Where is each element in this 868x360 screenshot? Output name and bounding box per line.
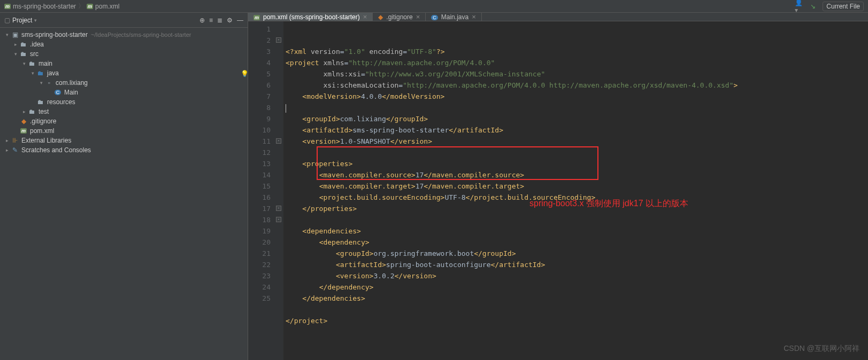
line-number[interactable]: 24 [249, 281, 271, 293]
code-line[interactable]: <dependency> [283, 237, 868, 248]
code-line[interactable]: <groupId>com.lixiang</groupId> [283, 113, 868, 124]
tree-item[interactable]: 🖿resources [0, 97, 248, 107]
line-number[interactable]: 21 [249, 248, 271, 259]
line-number[interactable]: 20 [249, 237, 271, 248]
tree-item[interactable]: 🖿.idea [0, 40, 248, 49]
crumb-project[interactable]: ms-spring-boot-starter [13, 3, 76, 10]
arrow-icon[interactable] [20, 61, 28, 66]
editor-tab[interactable]: mpom.xml (sms-spring-boot-starter)× [248, 13, 373, 21]
code-line[interactable] [283, 102, 868, 113]
fold-toggle-icon[interactable]: - [276, 138, 281, 144]
code-line[interactable]: <?xml version="1.0" encoding="UTF-8"?> [283, 46, 868, 57]
tree-item[interactable]: CMain [0, 88, 248, 97]
code-line[interactable] [283, 147, 868, 158]
tree-item[interactable]: ▫com.lixiang [0, 78, 248, 88]
code-line[interactable]: </dependencies> [283, 293, 868, 304]
code-line[interactable] [283, 304, 868, 315]
code-area[interactable]: <?xml version="1.0" encoding="UTF-8"?><p… [283, 21, 868, 360]
code-line[interactable]: </dependency> [283, 281, 868, 293]
code-line[interactable]: <artifactId>spring-boot-autoconfigure</a… [283, 259, 868, 270]
close-icon[interactable]: × [363, 13, 367, 21]
user-icon[interactable]: 👤▾ [795, 2, 803, 11]
line-number[interactable]: 1 [249, 24, 271, 35]
select-opened-icon[interactable]: ⊕ [199, 17, 205, 24]
tree-item[interactable]: ▣sms-spring-boot-starter~/IdeaProjects/s… [0, 30, 248, 40]
line-number[interactable]: 7 [249, 91, 271, 102]
arrow-icon[interactable] [29, 71, 36, 76]
code-line[interactable]: <modelVersion>4.0.0</modelVersion> [283, 91, 868, 102]
tree-item[interactable]: 🖿java [0, 68, 248, 78]
maven-icon: m [4, 4, 11, 9]
line-number[interactable]: 5💡 [249, 68, 271, 80]
line-number[interactable]: 22 [249, 259, 271, 270]
editor-tab[interactable]: CMain.java× [426, 13, 481, 21]
tree-label: External Libraries [21, 137, 71, 144]
fold-column[interactable]: ---- [275, 21, 283, 360]
arrow-icon[interactable] [3, 138, 11, 143]
chevron-down-icon[interactable]: ▾ [34, 18, 37, 23]
project-dropdown-icon[interactable]: ▢ [4, 17, 10, 24]
code-line[interactable]: <dependencies> [283, 225, 868, 237]
line-number[interactable]: 4 [249, 57, 271, 68]
line-number[interactable]: 25 [249, 293, 271, 304]
crumb-file[interactable]: pom.xml [95, 3, 119, 10]
expand-all-icon[interactable]: ≡ [209, 17, 213, 24]
intention-bulb-icon[interactable]: 💡 [241, 68, 249, 80]
code-line[interactable]: xsi:schemaLocation="http://maven.apache.… [283, 80, 868, 91]
line-number[interactable]: 10 [249, 124, 271, 136]
line-number[interactable]: 16 [249, 192, 271, 203]
code-line[interactable]: <maven.compiler.source>17</maven.compile… [283, 169, 868, 181]
line-number[interactable]: 9 [249, 113, 271, 124]
code-line[interactable]: xmlns:xsi="http://www.w3.org/2001/XMLSch… [283, 68, 868, 80]
line-number[interactable]: 17 [249, 203, 271, 214]
fold-toggle-icon[interactable]: - [276, 217, 281, 222]
tree-item[interactable]: mpom.xml [0, 126, 248, 136]
line-gutter[interactable]: 12345💡6789101112131415161718192021222324… [248, 21, 275, 360]
code-line[interactable] [283, 214, 868, 225]
code-line[interactable]: </project> [283, 315, 868, 326]
tree-item[interactable]: ◆.gitignore [0, 116, 248, 126]
arrow-icon[interactable] [37, 80, 45, 85]
arrow-icon[interactable] [12, 51, 19, 57]
code-line[interactable]: <groupId>org.springframework.boot</group… [283, 248, 868, 259]
code-line[interactable]: <version>1.0-SNAPSHOT</version> [283, 136, 868, 147]
line-number[interactable]: 11 [249, 136, 271, 147]
line-number[interactable]: 14 [249, 169, 271, 181]
fold-toggle-icon[interactable]: - [276, 37, 281, 43]
line-number[interactable]: 23 [249, 270, 271, 281]
settings-icon[interactable]: ⚙ [227, 17, 233, 24]
back-arrow-icon[interactable]: ↘ [809, 2, 817, 11]
line-number[interactable]: 15 [249, 181, 271, 192]
close-icon[interactable]: × [416, 13, 420, 21]
line-number[interactable]: 12 [249, 147, 271, 158]
code-line[interactable]: <maven.compiler.target>17</maven.compile… [283, 181, 868, 192]
close-icon[interactable]: × [472, 13, 476, 21]
line-number[interactable]: 2 [249, 35, 271, 46]
line-number[interactable]: 8 [249, 102, 271, 113]
run-config-selector[interactable]: Current File [823, 2, 864, 11]
fold-toggle-icon[interactable]: - [276, 206, 281, 211]
arrow-icon[interactable] [3, 147, 11, 153]
editor-tab[interactable]: ◆.gitignore× [373, 13, 426, 21]
line-number[interactable]: 19 [249, 225, 271, 237]
code-line[interactable]: <artifactId>sms-spring-boot-starter</art… [283, 124, 868, 136]
code-line[interactable]: <project xmlns="http://maven.apache.org/… [283, 57, 868, 68]
hide-icon[interactable]: — [237, 17, 243, 24]
line-number[interactable]: 13 [249, 158, 271, 169]
code-line[interactable]: <version>3.0.2</version> [283, 270, 868, 281]
line-number[interactable]: 3 [249, 46, 271, 57]
line-number[interactable]: 6 [249, 80, 271, 91]
code-line[interactable]: <properties> [283, 158, 868, 169]
tree-item[interactable]: 🖿src [0, 49, 248, 59]
tree-item[interactable]: 🖿main [0, 59, 248, 68]
collapse-all-icon[interactable]: ≣ [217, 17, 222, 24]
arrow-icon[interactable] [12, 42, 19, 47]
arrow-icon[interactable] [20, 109, 28, 114]
project-title[interactable]: Project [12, 17, 32, 24]
project-tree[interactable]: ▣sms-spring-boot-starter~/IdeaProjects/s… [0, 28, 248, 157]
tree-item[interactable]: ✎Scratches and Consoles [0, 145, 248, 155]
tree-item[interactable]: 🖿test [0, 107, 248, 116]
arrow-icon[interactable] [3, 32, 11, 37]
tree-item[interactable]: ⊪External Libraries [0, 136, 248, 145]
line-number[interactable]: 18 [249, 214, 271, 225]
